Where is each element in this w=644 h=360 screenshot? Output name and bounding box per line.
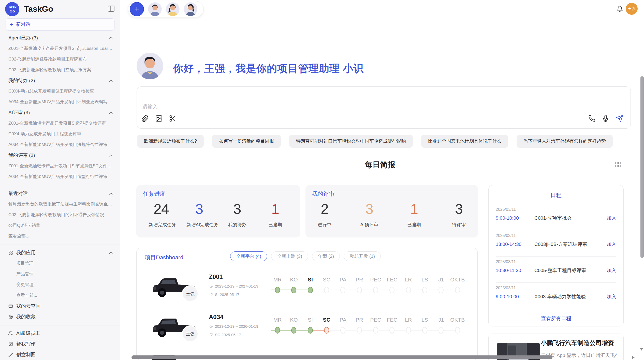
user-avatar[interactable]: 王强 [626, 3, 638, 15]
milestone-dot[interactable] [389, 327, 394, 334]
flag-icon [209, 333, 213, 337]
milestone-dot-overdue[interactable] [324, 327, 329, 334]
tool-ai-super-staff[interactable]: AI超级员工 [0, 328, 120, 339]
chat-input[interactable] [142, 103, 372, 110]
milestone-dot[interactable] [340, 287, 345, 293]
list-item[interactable]: C02-飞腾新能源轻客改款项目立项汇报方案 [0, 65, 120, 75]
scroll-down-arrow[interactable] [640, 348, 643, 351]
avatar[interactable] [166, 2, 180, 16]
list-item[interactable]: Z001-全新燃油轻卡产品开发项目SI造型提交物评审 [0, 118, 120, 129]
suggestion-chip[interactable]: 如何写一份清晰的项目周报 [212, 135, 281, 148]
notification-bell-icon[interactable] [617, 6, 623, 12]
milestone-dot-done[interactable] [275, 327, 280, 334]
list-item[interactable]: 公司Q3轻卡销量 [0, 220, 120, 231]
tool-help-write[interactable]: 帮我写作 [0, 339, 120, 349]
list-item[interactable]: A034-全新新能源MUV产品开发项目计划变更表编写 [0, 97, 120, 107]
tab-new-platform[interactable]: 全新平台 (4) [230, 251, 267, 261]
my-cloud-label: 我的云空间 [16, 303, 40, 309]
scroll-right-arrow[interactable] [632, 356, 635, 359]
suggestion-chip[interactable]: 欧洲新规最近颁布了什么? [137, 135, 204, 148]
image-upload-icon[interactable] [155, 115, 163, 122]
join-button[interactable]: 加入 [607, 241, 616, 248]
milestone-dot[interactable] [422, 287, 427, 293]
milestone-dot[interactable] [340, 327, 345, 334]
tab-model-year[interactable]: 年型 (2) [312, 251, 340, 261]
milestone-dot[interactable] [357, 287, 362, 293]
app-item-product[interactable]: 产品管理 [0, 269, 120, 279]
phone-call-icon[interactable] [588, 115, 595, 122]
milestone-label: OKTB [449, 277, 466, 283]
join-button[interactable]: 加入 [607, 215, 616, 221]
milestone-dot[interactable] [406, 287, 411, 293]
screenshot-scissors-icon[interactable] [169, 115, 177, 122]
section-title: 最近对话 [8, 190, 28, 197]
list-item[interactable]: Z001-全新燃油轻卡产品开发项目SI节点属性5D文件评审 [0, 161, 120, 171]
microphone-icon[interactable] [602, 115, 609, 122]
new-chat-button[interactable]: + 新对话 [6, 18, 114, 31]
list-item[interactable]: A034-全新新能源MUV产品开发项目造型可行性评审 [0, 171, 120, 182]
view-all-schedule[interactable]: 查看所有日程 [489, 315, 623, 322]
send-icon[interactable] [616, 115, 623, 122]
list-item[interactable]: Z001-全新燃油皮卡产品开发项目SI节点Lesson Learn报告 [0, 43, 120, 54]
tab-powertrain[interactable]: 动总开发 (1) [344, 251, 381, 261]
suggestion-chip[interactable]: 比亚迪全固态电池计划具体说了什么 [421, 135, 508, 148]
join-button[interactable]: 加入 [607, 293, 616, 300]
list-item[interactable]: A034-全新新能源MUV产品开发项目法规符合性评审 [0, 139, 120, 150]
project-owner-badge: 王强 [182, 325, 199, 342]
milestone-dot[interactable] [389, 287, 394, 293]
layout-grid-icon[interactable] [614, 161, 621, 168]
milestone-dot[interactable] [438, 287, 444, 293]
milestone-track [269, 327, 466, 334]
section-my-todo[interactable]: 我的待办 (2) [0, 75, 120, 86]
milestone-dot[interactable] [406, 327, 411, 334]
tab-new-body[interactable]: 全新上装 (3) [271, 251, 308, 261]
milestone-dot[interactable] [438, 327, 444, 334]
suggestion-chip[interactable]: 当下年轻人对汽车外观有怎样的喜好趋势 [517, 135, 613, 148]
avatar[interactable] [148, 2, 162, 16]
milestone-dot[interactable] [422, 327, 427, 334]
milestone-dot[interactable] [324, 287, 329, 293]
my-apps-header[interactable]: 我的应用 [0, 247, 120, 258]
milestone-dot[interactable] [455, 327, 460, 334]
section-ai-review[interactable]: AI评审 (3) [0, 107, 120, 118]
app-item-change[interactable]: 变更管理 [0, 279, 120, 290]
milestone-dot-done[interactable] [291, 327, 296, 334]
date-range: 2023-12-19 ~ 2026-01-19 [215, 324, 258, 328]
view-all-recent[interactable]: 查看全部... [0, 231, 120, 242]
milestone-label: PA [335, 277, 351, 283]
event-time: 13:00-14:30 [496, 242, 534, 247]
milestone-rail: MR KO SI SC PA PR PEC FEC LR LS J1 OKTB [269, 277, 466, 293]
list-item[interactable]: C02-飞腾新能源轻客改款项目的闭环通告反馈情况 [0, 209, 120, 220]
horizontal-scrollbar-thumb[interactable] [131, 355, 552, 359]
tool-creative-draw[interactable]: 创意制图 [0, 349, 120, 360]
milestone-dot-done[interactable] [291, 287, 296, 293]
section-my-review[interactable]: 我的评审 (2) [0, 150, 120, 161]
join-button[interactable]: 加入 [607, 267, 616, 274]
suggestion-chip[interactable]: 特朗普可能对进口汽车增税会对中国车企造成哪些影响 [289, 135, 413, 148]
list-item[interactable]: C0X4-动力总成开发项目SI里程碑提交物检查 [0, 86, 120, 97]
section-agent-done[interactable]: Agent已办 (3) [0, 33, 120, 43]
milestone-dot-done[interactable] [308, 327, 313, 334]
avatar[interactable] [184, 2, 197, 16]
milestone-dot-done[interactable] [308, 287, 313, 293]
milestone-dot[interactable] [357, 327, 362, 334]
vertical-scrollbar-thumb[interactable] [640, 76, 644, 258]
add-agent-button[interactable] [130, 2, 144, 16]
app-item-project[interactable]: 项目管理 [0, 258, 120, 269]
list-item[interactable]: C02-飞腾新能源轻客改款项目里程碑画布 [0, 54, 120, 65]
milestone-dot-done[interactable] [275, 287, 280, 293]
list-item[interactable]: C0X4-动力总成开发项目工程变更评审 [0, 129, 120, 139]
list-item[interactable]: 解释最新出台的欧盟报废车法规再生塑料比例被调至15%... [0, 199, 120, 209]
view-all-apps[interactable]: 查看全部... [0, 290, 120, 301]
stat-label: 新增完成任务 [149, 222, 174, 228]
attachment-icon[interactable] [141, 115, 149, 122]
stat-value: 1 [401, 201, 427, 217]
milestone-dot[interactable] [455, 287, 460, 293]
milestone-dot[interactable] [373, 287, 378, 293]
my-cloud-space[interactable]: 我的云空间 [0, 301, 120, 311]
section-recent-chats[interactable]: 最近对话 [0, 188, 120, 199]
collapse-sidebar-icon[interactable] [108, 6, 114, 12]
card-title: 我的评审 [305, 185, 478, 198]
my-favorites[interactable]: 我的收藏 [0, 311, 120, 322]
milestone-dot[interactable] [373, 327, 378, 334]
